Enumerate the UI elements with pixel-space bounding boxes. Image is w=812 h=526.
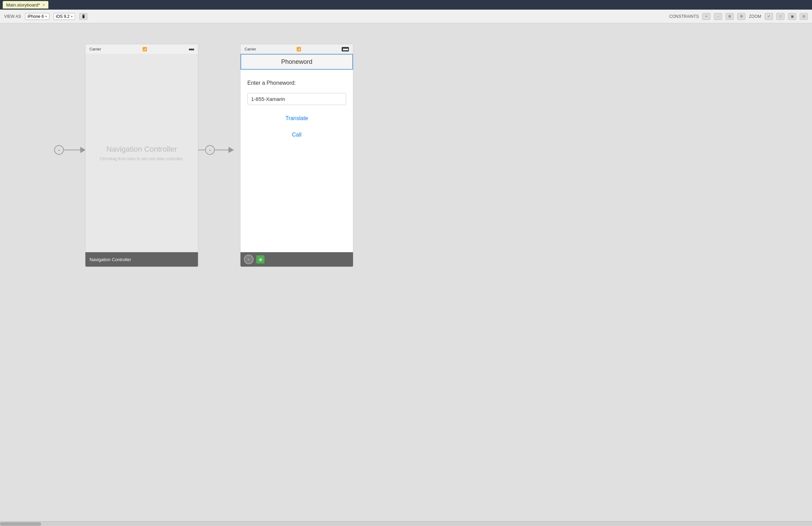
device-icon: 📱: [81, 14, 85, 18]
chevron-down-icon: ▾: [71, 15, 73, 18]
phone-status-bar: Carrier 📶 ■■■: [240, 44, 353, 54]
phone-wifi-icon: 📶: [296, 47, 301, 51]
constraints-btn-1[interactable]: +: [702, 13, 710, 20]
plus-icon: +: [705, 14, 707, 18]
nav-status-bar: Carrier 📶 ■■■: [85, 44, 198, 54]
minus-icon: -: [717, 14, 718, 18]
zoom-actual-btn[interactable]: ⊟: [800, 13, 808, 20]
zoom-out-icon: □: [779, 14, 781, 18]
toolbar: VIEW AS iPhone 6 ▾ iOS 9.2 ▾ 📱 CONSTRAIN…: [0, 10, 812, 23]
constraints-label: CONSTRAINTS: [669, 14, 699, 19]
zoom-in-btn[interactable]: ▣: [788, 13, 796, 20]
segue-arrow-head-icon: [228, 147, 234, 153]
entry-circle-icon: ▪: [54, 145, 64, 155]
segue-line-right: [215, 150, 228, 150]
title-bar: Main.storyboard* ×: [0, 0, 812, 10]
add-view-icon[interactable]: ⊕: [256, 255, 264, 264]
zoom-out-btn[interactable]: □: [776, 13, 785, 20]
segue-arrow: ▪: [198, 145, 234, 155]
toolbar-right: CONSTRAINTS + - ⊞ ⚙ ZOOM ⤢ □ ▣ ⊟: [669, 13, 808, 20]
ios-label: iOS 9.2: [56, 14, 70, 19]
phoneword-frame: Carrier 📶 ■■■ Phoneword Enter a Phonewor…: [240, 44, 353, 267]
segue-circle-icon: ▪: [205, 145, 215, 155]
zoom-label: ZOOM: [749, 14, 761, 19]
device-label: iPhone 6: [27, 14, 44, 19]
nav-carrier-text: Carrier: [90, 47, 101, 51]
translate-button[interactable]: Translate: [247, 115, 346, 121]
call-button[interactable]: Call: [247, 132, 346, 138]
nav-battery-icon: ■■■: [189, 47, 194, 51]
scrollbar-thumb[interactable]: [0, 522, 41, 526]
device-icon-btn[interactable]: 📱: [79, 13, 87, 20]
zoom-in-icon: ▣: [791, 14, 794, 18]
plus-icon: ⊕: [259, 257, 262, 262]
phone-battery-icon: ■■■: [342, 47, 349, 51]
phone-carrier-text: Carrier: [245, 47, 256, 51]
storyboard-canvas[interactable]: ▪ Carrier 📶 ■■■ Navigation Controller Ct…: [0, 23, 812, 521]
phone-bottom-bar: ▪ ⊕: [240, 252, 353, 267]
ios-dropdown[interactable]: iOS 9.2 ▾: [54, 13, 75, 20]
phone-nav-bar: Phoneword: [240, 54, 353, 70]
settings-icon: ⚙: [740, 14, 743, 18]
phone-nav-title: Phoneword: [281, 58, 312, 66]
phoneword-label: Enter a Phoneword:: [247, 80, 346, 86]
view-controller-icon: ▪: [244, 255, 254, 264]
view-as-label: VIEW AS: [4, 14, 21, 19]
nav-controller-body: Navigation Controller Ctrl+drag from her…: [85, 54, 198, 252]
device-dropdown[interactable]: iPhone 6 ▾: [25, 13, 49, 20]
grid-icon: ⊞: [728, 14, 731, 18]
horizontal-scrollbar[interactable]: [0, 521, 812, 526]
chevron-down-icon: ▾: [45, 15, 47, 18]
nav-wifi-icon: 📶: [142, 47, 147, 51]
entry-arrow: ▪: [54, 145, 86, 155]
phoneword-input[interactable]: [247, 93, 346, 105]
zoom-fit-btn[interactable]: ⤢: [765, 13, 773, 20]
file-tab[interactable]: Main.storyboard* ×: [3, 1, 48, 9]
constraints-btn-4[interactable]: ⚙: [737, 13, 745, 20]
constraints-btn-3[interactable]: ⊞: [726, 13, 734, 20]
square-icon: ▪: [58, 148, 60, 152]
nav-controller-title: Navigation Controller: [106, 145, 177, 154]
nav-controller-frame: Carrier 📶 ■■■ Navigation Controller Ctrl…: [85, 44, 198, 267]
nav-bottom-bar: Navigation Controller: [85, 252, 198, 267]
tab-label: Main.storyboard*: [6, 2, 40, 8]
zoom-actual-icon: ⊟: [802, 14, 805, 18]
nav-controller-subtitle: Ctrl+drag from here to set root view con…: [100, 156, 184, 161]
square-icon: ▪: [209, 148, 211, 152]
zoom-fit-icon: ⤢: [767, 14, 770, 18]
tab-close-btn[interactable]: ×: [43, 3, 45, 7]
vc-icon: ▪: [248, 257, 249, 261]
segue-line-left: [198, 150, 205, 150]
arrow-line: [64, 150, 80, 150]
constraints-btn-2[interactable]: -: [714, 13, 722, 20]
phone-content: Enter a Phoneword: Translate Call: [240, 70, 353, 267]
nav-bottom-label: Navigation Controller: [90, 257, 131, 262]
